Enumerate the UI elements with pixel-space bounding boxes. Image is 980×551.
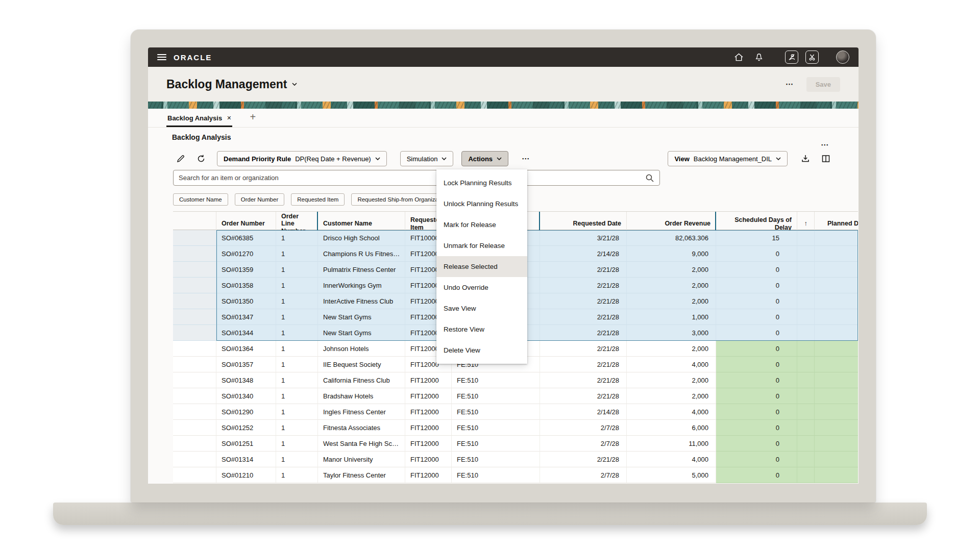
table-cell: [797, 293, 815, 309]
table-cell: SO#01359: [216, 262, 276, 278]
app-window: ORACLE Backlog Management ⋯ Save Backl: [148, 47, 859, 484]
menu-item[interactable]: Delete View: [436, 340, 527, 361]
row-selector-cell[interactable]: [173, 436, 216, 452]
notifications-button[interactable]: [752, 51, 766, 64]
table-cell: 2/21/28: [540, 388, 627, 404]
table-cell: 0: [716, 467, 797, 483]
search-input[interactable]: [179, 174, 645, 182]
table-cell: 1: [276, 420, 318, 436]
filter-chips: Customer NameOrder NumberRequested ItemR…: [173, 193, 454, 206]
table-cell: 6,000: [627, 420, 716, 436]
table-row[interactable]: SO#012901Ingles Fitness CenterFIT12000FE…: [173, 404, 858, 420]
table-cell: 0: [716, 436, 797, 452]
table-cell: 4,000: [627, 452, 716, 467]
row-selector-cell[interactable]: [173, 357, 216, 372]
table-cell: 3/21/28: [540, 230, 627, 246]
row-selector-cell[interactable]: [173, 278, 216, 293]
table-row[interactable]: SO#013141Manor UniversityFIT12000FE:5102…: [173, 452, 858, 467]
menu-item[interactable]: Restore View: [436, 319, 527, 340]
table-cell: [797, 452, 815, 467]
row-selector-cell[interactable]: [173, 246, 216, 262]
user-avatar[interactable]: [836, 51, 849, 64]
row-selector-cell[interactable]: [173, 467, 216, 483]
search-icon[interactable]: [645, 173, 654, 183]
table-row[interactable]: SO#012511West Santa Fe High Sc…FIT12000F…: [173, 436, 858, 452]
table-cell: 1: [276, 293, 318, 309]
table-cell: [815, 357, 858, 372]
table-cell: 0: [716, 309, 797, 325]
table-cell: 2/21/28: [540, 325, 627, 341]
row-selector-cell[interactable]: [173, 230, 216, 246]
header-more-button[interactable]: ⋯: [782, 78, 797, 91]
table-cell: 2/21/28: [540, 452, 627, 467]
laptop-base: [53, 503, 927, 525]
table-cell: SO#01270: [216, 246, 276, 262]
table-cell: Bradshaw Hotels: [318, 388, 405, 404]
scissors-button[interactable]: [805, 51, 819, 64]
table-cell: 2,000: [627, 372, 716, 388]
table-row[interactable]: SO#012521Fitnesta AssociatesFIT12000FE:5…: [173, 420, 858, 436]
table-cell: 2,000: [627, 262, 716, 278]
section-more-button[interactable]: ⋯: [818, 138, 832, 152]
table-cell: 2/14/28: [540, 404, 627, 420]
row-selector-cell[interactable]: [173, 452, 216, 467]
menu-item[interactable]: Unmark for Release: [436, 235, 527, 256]
row-selector-cell[interactable]: [173, 309, 216, 325]
filter-chip[interactable]: Requested Item: [291, 193, 345, 206]
table-cell: [797, 246, 815, 262]
tab-close-icon[interactable]: ✕: [227, 115, 231, 121]
save-button[interactable]: Save: [806, 77, 840, 92]
add-tab-button[interactable]: +: [246, 110, 260, 127]
person-slash-button[interactable]: [785, 51, 798, 64]
row-selector-cell[interactable]: [173, 388, 216, 404]
table-cell: 2/7/28: [540, 467, 627, 483]
simulation-dropdown[interactable]: Simulation: [400, 151, 454, 166]
table-cell: [815, 309, 858, 325]
table-cell: Manor University: [318, 452, 405, 467]
toolbar-more-button[interactable]: ⋯: [519, 152, 533, 165]
chevron-down-icon: [442, 157, 447, 160]
row-selector-cell[interactable]: [173, 325, 216, 341]
row-selector-cell[interactable]: [173, 404, 216, 420]
hamburger-menu-icon[interactable]: [157, 54, 166, 60]
page-title[interactable]: Backlog Management: [166, 78, 297, 91]
menu-item[interactable]: Release Selected: [436, 256, 527, 277]
table-row[interactable]: SO#013481California Fitness ClubFIT12000…: [173, 372, 858, 388]
row-selector-cell[interactable]: [173, 341, 216, 357]
table-cell: 0: [716, 246, 797, 262]
row-selector-cell[interactable]: [173, 262, 216, 278]
actions-dropdown[interactable]: Actions: [461, 151, 508, 166]
table-cell: Johnson Hotels: [318, 341, 405, 357]
table-cell: [797, 372, 815, 388]
filter-chip[interactable]: Customer Name: [173, 193, 228, 206]
table-cell: 1: [276, 357, 318, 372]
menu-item[interactable]: Mark for Release: [436, 214, 527, 235]
table-row[interactable]: SO#013401Bradshaw HotelsFIT12000FE:5102/…: [173, 388, 858, 404]
home-button[interactable]: [732, 51, 745, 64]
menu-item[interactable]: Save View: [436, 298, 527, 319]
refresh-button[interactable]: [193, 151, 209, 166]
tab-backlog-analysis[interactable]: Backlog Analysis ✕: [166, 110, 232, 127]
filter-chip[interactable]: Order Number: [235, 193, 285, 206]
menu-item[interactable]: Lock Planning Results: [436, 172, 527, 193]
table-row[interactable]: SO#012101Taylor Fitness CenterFIT12000FE…: [173, 467, 858, 483]
table-cell: [797, 436, 815, 452]
menu-item[interactable]: Undo Override: [436, 277, 527, 298]
table-cell: 0: [716, 404, 797, 420]
view-dropdown[interactable]: View Backlog Management_DIL: [668, 151, 788, 166]
table-cell: FIT12000: [405, 404, 452, 420]
menu-item[interactable]: Unlock Planning Results: [436, 193, 527, 214]
table-cell: 2,000: [627, 388, 716, 404]
row-selector-cell[interactable]: [173, 420, 216, 436]
row-selector-cell[interactable]: [173, 293, 216, 309]
actions-menu: Lock Planning ResultsUnlock Planning Res…: [436, 169, 527, 364]
manage-columns-button[interactable]: [818, 151, 834, 166]
row-selector-cell[interactable]: [173, 372, 216, 388]
table-cell: 1: [276, 230, 318, 246]
edit-button[interactable]: [173, 151, 188, 166]
table-cell: FE:510: [452, 452, 540, 467]
priority-rule-dropdown[interactable]: Demand Priority Rule DP(Req Date + Reven…: [217, 151, 387, 166]
table-cell: FE:510: [452, 436, 540, 452]
download-button[interactable]: [798, 151, 813, 166]
table-cell: 2/21/28: [540, 278, 627, 293]
